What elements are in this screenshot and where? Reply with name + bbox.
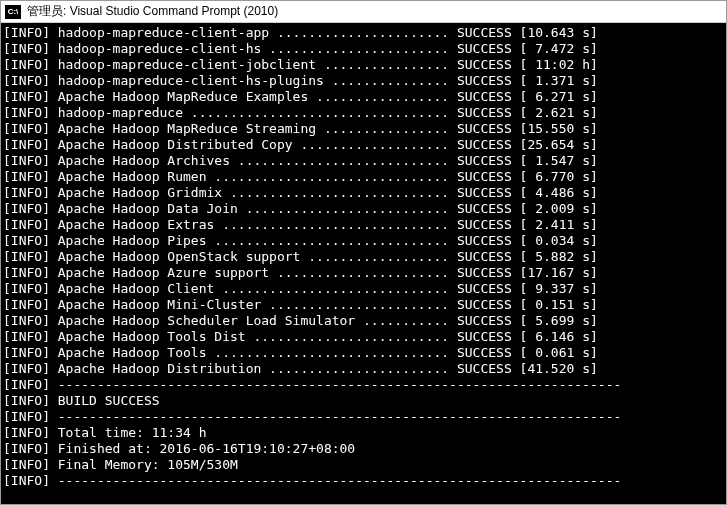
build-row: [INFO] Apache Hadoop Distributed Copy ..… <box>3 137 724 153</box>
build-row: [INFO] hadoop-mapreduce-client-hs-plugin… <box>3 73 724 89</box>
total-time-line: [INFO] Total time: 11:34 h <box>3 425 724 441</box>
build-row: [INFO] Apache Hadoop Gridmix ...........… <box>3 185 724 201</box>
cmd-icon: C:\ <box>5 5 21 19</box>
build-row: [INFO] Apache Hadoop Azure support .....… <box>3 265 724 281</box>
build-row: [INFO] hadoop-mapreduce-client-jobclient… <box>3 57 724 73</box>
separator-line: [INFO] ---------------------------------… <box>3 409 724 425</box>
build-row: [INFO] Apache Hadoop Tools .............… <box>3 345 724 361</box>
build-row: [INFO] Apache Hadoop OpenStack support .… <box>3 249 724 265</box>
titlebar[interactable]: C:\ 管理员: Visual Studio Command Prompt (2… <box>1 1 726 23</box>
build-row: [INFO] hadoop-mapreduce ................… <box>3 105 724 121</box>
build-row: [INFO] Apache Hadoop Pipes .............… <box>3 233 724 249</box>
separator-line: [INFO] ---------------------------------… <box>3 473 724 489</box>
build-row: [INFO] hadoop-mapreduce-client-app .....… <box>3 25 724 41</box>
build-row: [INFO] Apache Hadoop Client ............… <box>3 281 724 297</box>
finished-at-line: [INFO] Finished at: 2016-06-16T19:10:27+… <box>3 441 724 457</box>
build-row: [INFO] Apache Hadoop Extras ............… <box>3 217 724 233</box>
command-prompt-window: C:\ 管理员: Visual Studio Command Prompt (2… <box>0 0 727 505</box>
build-row: [INFO] Apache Hadoop Data Join .........… <box>3 201 724 217</box>
build-row: [INFO] hadoop-mapreduce-client-hs ......… <box>3 41 724 57</box>
console-output[interactable]: [INFO] hadoop-mapreduce-client-app .....… <box>1 23 726 504</box>
build-row: [INFO] Apache Hadoop Archives ..........… <box>3 153 724 169</box>
separator-line: [INFO] ---------------------------------… <box>3 377 724 393</box>
build-row: [INFO] Apache Hadoop Mini-Cluster ......… <box>3 297 724 313</box>
build-success-line: [INFO] BUILD SUCCESS <box>3 393 724 409</box>
build-row: [INFO] Apache Hadoop MapReduce Streaming… <box>3 121 724 137</box>
build-row: [INFO] Apache Hadoop Distribution ......… <box>3 361 724 377</box>
window-title: 管理员: Visual Studio Command Prompt (2010) <box>27 3 278 20</box>
final-memory-line: [INFO] Final Memory: 105M/530M <box>3 457 724 473</box>
build-row: [INFO] Apache Hadoop Rumen .............… <box>3 169 724 185</box>
build-row: [INFO] Apache Hadoop Tools Dist ........… <box>3 329 724 345</box>
build-row: [INFO] Apache Hadoop MapReduce Examples … <box>3 89 724 105</box>
build-row: [INFO] Apache Hadoop Scheduler Load Simu… <box>3 313 724 329</box>
